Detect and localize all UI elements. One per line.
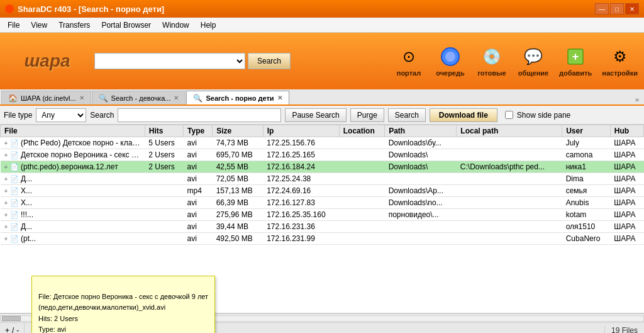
table-row[interactable]: + 📄 Детское порно Вероника - секс с де..…	[1, 149, 644, 161]
file-type-icon: 📄	[10, 139, 19, 147]
messages-icon: 💬	[522, 45, 545, 68]
hub-value: ШАРА	[614, 162, 635, 171]
tab-shara-label: ШАРА (dc.inetvl...	[21, 94, 76, 102]
table-row[interactable]: + 📄 !!!...avi275,96 MB172.16.25.35.160по…	[1, 209, 644, 221]
col-path[interactable]: Path	[385, 125, 457, 137]
expand-btn[interactable]: +	[4, 223, 8, 230]
tab-search-devochka[interactable]: 🔍 Search - девочка... ✕	[92, 91, 186, 104]
menu-portal-browser[interactable]: Portal Browser	[96, 20, 156, 31]
user-value: July	[566, 138, 579, 147]
table-row[interactable]: + 📄 Д...avi72,05 MB172.25.24.38DimaШАРА	[1, 173, 644, 185]
expand-btn[interactable]: +	[4, 164, 8, 171]
user-value: оля1510	[566, 222, 596, 231]
plus-button[interactable]: +	[5, 326, 9, 334]
user-value: CubaNero	[566, 234, 601, 243]
toolbar-settings[interactable]: ⚙ настройки	[602, 45, 638, 77]
size-value: 42,55 MB	[216, 162, 248, 171]
table-row[interactable]: + 📄 (pthc.pedo).вероника.12.лет2 Usersav…	[1, 161, 644, 173]
logo-text: шара	[24, 51, 70, 71]
size-value: 695,70 MB	[216, 150, 253, 159]
tab-search-porno-icon: 🔍	[193, 94, 203, 103]
table-row[interactable]: + 📄 X...avi66,39 MB172.16.127.83Download…	[1, 197, 644, 209]
table-row[interactable]: + 📄 Д...avi39,44 MB172.16.231.36оля1510Ш…	[1, 221, 644, 233]
col-local-path[interactable]: Local path	[457, 125, 562, 137]
files-count: 19 Files	[604, 326, 644, 334]
show-side-checkbox[interactable]	[505, 111, 513, 119]
add-icon: +	[564, 45, 587, 68]
toolbar-add[interactable]: + добавить	[559, 45, 592, 77]
path-value: Downloads\бу...	[389, 138, 441, 147]
table-row[interactable]: + 📄 (Pthc Pedo) Детское порно - классик.…	[1, 137, 644, 149]
window-title: SharaDC r403 - [Search - порно дети]	[18, 4, 164, 14]
expand-btn[interactable]: +	[4, 140, 8, 147]
minus-button[interactable]: -	[16, 326, 19, 334]
menu-view[interactable]: View	[26, 20, 52, 31]
expand-btn[interactable]: +	[4, 212, 8, 218]
tab-shara-close[interactable]: ✕	[79, 94, 84, 101]
path-value: Downloads\no...	[389, 198, 443, 207]
hub-value: ШАРА	[614, 210, 635, 219]
file-type-icon: 📄	[10, 187, 19, 195]
type-value: avi	[187, 162, 197, 171]
portal-icon: ⊙	[397, 45, 420, 68]
toolbar-portal[interactable]: ⊙ портал	[393, 45, 425, 77]
size-value: 66,39 MB	[216, 198, 248, 207]
menu-transfers[interactable]: Transfers	[53, 20, 95, 31]
col-hub[interactable]: Hub	[610, 125, 643, 137]
hits-value: 2 Users	[148, 150, 174, 159]
toolbar-queue[interactable]: очередь	[435, 45, 466, 77]
toolbar-messages[interactable]: 💬 общение	[518, 45, 549, 77]
expand-btn[interactable]: +	[4, 200, 8, 206]
purge-button[interactable]: Purge	[350, 108, 384, 122]
col-user[interactable]: User	[562, 125, 611, 137]
close-button[interactable]: ✕	[625, 3, 639, 14]
search-dropdown[interactable]	[94, 53, 245, 69]
minimize-button[interactable]: —	[595, 3, 609, 14]
search-input[interactable]	[118, 108, 281, 122]
file-name: (Pthc Pedo) Детское порно - классик...	[21, 138, 145, 147]
ip-value: 172.16.25.165	[267, 150, 315, 159]
tab-search-devochka-close[interactable]: ✕	[174, 94, 179, 101]
col-file[interactable]: File	[1, 125, 145, 137]
type-value: avi	[187, 234, 197, 243]
expand-btn[interactable]: +	[4, 188, 8, 195]
filetype-select[interactable]: Any Audio Video Image	[36, 108, 86, 122]
pause-search-button[interactable]: Pause Search	[285, 108, 346, 122]
ip-value: 172.16.231.36	[267, 222, 315, 231]
file-name: (pthc.pedo).вероника.12.лет	[21, 162, 118, 171]
maximize-button[interactable]: □	[610, 3, 624, 14]
col-location[interactable]: Location	[339, 125, 384, 137]
tab-search-porno-close[interactable]: ✕	[277, 94, 282, 101]
file-type-icon: 📄	[10, 151, 19, 159]
expand-btn[interactable]: +	[4, 152, 8, 159]
expand-btn[interactable]: +	[4, 176, 8, 183]
search-input-row: Search	[94, 53, 374, 69]
file-name: X...	[21, 186, 32, 195]
expand-btn[interactable]: +	[4, 235, 8, 242]
title-controls[interactable]: — □ ✕	[595, 3, 639, 14]
menu-file[interactable]: File	[3, 20, 25, 31]
tooltip-content: File: Детское порно Вероника - секс с де…	[38, 293, 208, 333]
search-toolbar: File type Any Audio Video Image Search P…	[0, 106, 644, 125]
user-value: семья	[566, 186, 587, 195]
type-value: avi	[187, 210, 197, 219]
col-size[interactable]: Size	[213, 125, 263, 137]
tab-search-porno[interactable]: 🔍 Search - порно дети ✕	[186, 91, 289, 104]
menu-window[interactable]: Window	[157, 20, 194, 31]
queue-icon	[439, 45, 462, 68]
search-button[interactable]: Search	[388, 108, 426, 122]
table-row[interactable]: + 📄 (pt...avi492,50 MB172.16.231.99CubaN…	[1, 233, 644, 245]
tab-more-button[interactable]: »	[631, 94, 643, 104]
hits-value: 2 Users	[148, 162, 174, 171]
menu-help[interactable]: Help	[196, 20, 221, 31]
toolbar-search-button[interactable]: Search	[248, 53, 291, 69]
title-bar-left: SharaDC r403 - [Search - порно дети]	[5, 4, 164, 14]
tab-shara[interactable]: 🏠 ШАРА (dc.inetvl... ✕	[1, 91, 91, 104]
col-hits[interactable]: Hits	[145, 125, 183, 137]
toolbar-ready[interactable]: 💿 готовые	[476, 45, 508, 77]
download-file-button[interactable]: Download file	[430, 108, 497, 122]
table-row[interactable]: + 📄 X...mp4157,13 MB172.24.69.16Download…	[1, 185, 644, 197]
col-type[interactable]: Type	[184, 125, 213, 137]
portal-label: портал	[397, 69, 421, 77]
col-ip[interactable]: Ip	[263, 125, 339, 137]
